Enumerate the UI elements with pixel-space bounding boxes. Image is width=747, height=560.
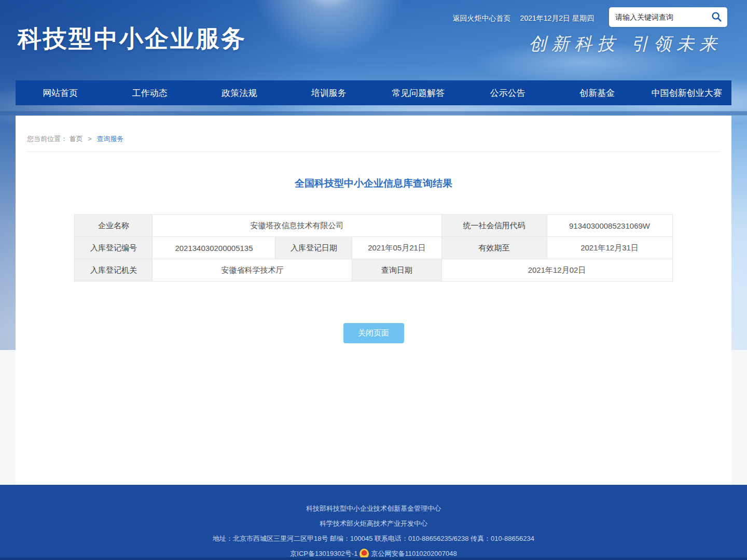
label-query-date: 查询日期 [352,259,441,282]
nav-item-home[interactable]: 网站首页 [16,80,105,105]
label-company-name: 企业名称 [75,215,153,237]
value-company-name: 安徽塔孜信息技术有限公司 [153,215,441,237]
value-credit-code: 91340300085231069W [547,215,672,237]
value-valid-until: 2021年12月31日 [547,237,672,259]
nav-item-work-news[interactable]: 工作动态 [105,80,195,105]
footer-org-line-1: 科技部科技型中小企业技术创新基金管理中心 [0,501,747,516]
top-links: 返回火炬中心首页 2021年12月2日 星期四 [453,14,594,23]
main-nav: 网站首页 工作动态 政策法规 培训服务 常见问题解答 公示公告 创新基金 中国创… [16,80,731,105]
value-registration-number: 202134030200005135 [153,237,275,259]
value-query-date: 2021年12月02日 [441,259,672,282]
nav-item-faq[interactable]: 常见问题解答 [374,80,463,105]
table-row: 企业名称 安徽塔孜信息技术有限公司 统一社会信用代码 9134030008523… [75,215,672,237]
search-box [609,7,727,27]
table-row: 入库登记编号 202134030200005135 入库登记日期 2021年05… [75,237,672,259]
search-input[interactable] [615,13,710,21]
header-slogan: 创新科技 引领未来 [529,32,722,56]
query-result-table: 企业名称 安徽塔孜信息技术有限公司 统一社会信用代码 9134030008523… [74,214,672,282]
breadcrumb-current-link[interactable]: 查询服务 [96,135,123,143]
label-registration-number: 入库登记编号 [75,237,153,259]
search-button[interactable] [710,10,723,24]
current-date: 2021年12月2日 星期四 [520,14,594,23]
value-registration-authority: 安徽省科学技术厅 [153,259,352,282]
nav-item-innovation-contest[interactable]: 中国创新创业大赛 [642,80,732,105]
breadcrumb-prefix: 您当前位置： [27,135,67,143]
nav-item-policies[interactable]: 政策法规 [195,80,284,105]
search-icon [711,11,722,24]
page-title: 全国科技型中小企业信息库查询结果 [16,177,731,190]
nav-item-announcements[interactable]: 公示公告 [463,80,553,105]
site-title: 科技型中小企业服务 [18,23,246,55]
footer: 科技部科技型中小企业技术创新基金管理中心 科学技术部火炬高技术产业开发中心 地址… [0,485,747,560]
footer-org-line-2: 科学技术部火炬高技术产业开发中心 [0,516,747,531]
close-page-button[interactable]: 关闭页面 [343,323,404,343]
label-credit-code: 统一社会信用代码 [441,215,547,237]
breadcrumb-separator: > [88,135,92,143]
label-valid-until: 有效期至 [441,237,547,259]
return-torch-home-link[interactable]: 返回火炬中心首页 [453,14,511,23]
footer-address-line: 地址：北京市西城区三里河二区甲18号 邮编：100045 联系电话：010-88… [0,531,747,546]
table-row: 入库登记机关 安徽省科学技术厅 查询日期 2021年12月02日 [75,259,672,282]
breadcrumb: 您当前位置： 首页 > 查询服务 [27,116,720,152]
value-registration-date: 2021年05月21日 [352,237,441,259]
footer-bottom-strip [0,557,747,560]
header: 科技型中小企业服务 创新科技 引领未来 返回火炬中心首页 2021年12月2日 … [0,0,747,80]
content-panel: 您当前位置： 首页 > 查询服务 全国科技型中小企业信息库查询结果 企业名称 安… [16,116,731,485]
footer-content: 科技部科技型中小企业技术创新基金管理中心 科学技术部火炬高技术产业开发中心 地址… [0,485,747,560]
nav-item-innovation-fund[interactable]: 创新基金 [552,80,642,105]
label-registration-authority: 入库登记机关 [75,259,153,282]
breadcrumb-home-link[interactable]: 首页 [70,135,83,143]
label-registration-date: 入库登记日期 [275,237,352,259]
page: 科技型中小企业服务 创新科技 引领未来 返回火炬中心首页 2021年12月2日 … [0,0,747,560]
nav-item-training[interactable]: 培训服务 [284,80,374,105]
